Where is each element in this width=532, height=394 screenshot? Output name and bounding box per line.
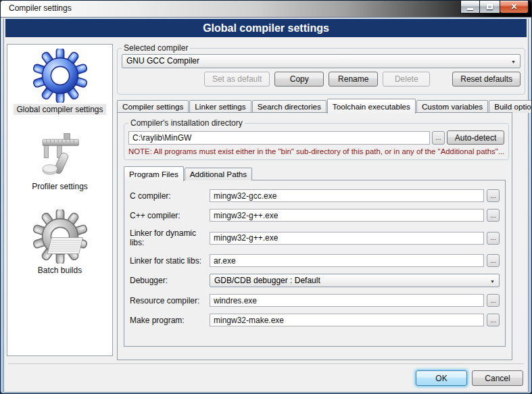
installation-directory-browse-button[interactable]: ... (432, 131, 445, 145)
debugger-select[interactable]: GDB/CDB debugger : Default ▼ (210, 274, 500, 287)
blue-gear-icon (33, 49, 87, 103)
dialog-footer: OK Cancel (416, 370, 523, 386)
titlebar[interactable]: Compiler settings ✕ (1, 1, 531, 18)
make-program-row: Make program: ... (130, 314, 500, 326)
chevron-down-icon: ▼ (511, 55, 516, 68)
installation-directory-group: Compiler's installation directory ... Au… (124, 118, 509, 160)
sidebar-item-global-compiler-settings[interactable]: Global compiler settings (7, 49, 112, 115)
cpp-compiler-input[interactable] (210, 209, 484, 222)
cpp-compiler-browse-button[interactable]: ... (487, 209, 500, 222)
static-linker-browse-button[interactable]: ... (487, 254, 500, 267)
sidebar-item-label: Profiler settings (29, 181, 91, 192)
tab-program-files[interactable]: Program Files (124, 166, 184, 181)
caption-buttons: ✕ (460, 1, 529, 14)
c-compiler-row: C compiler: ... (130, 189, 500, 202)
minimize-button[interactable] (460, 1, 480, 14)
compiler-select-value: GNU GCC Compiler (126, 56, 199, 66)
delete-button[interactable]: Delete (383, 72, 430, 87)
close-button[interactable]: ✕ (500, 1, 529, 14)
tab-linker-settings[interactable]: Linker settings (189, 100, 251, 113)
ok-button[interactable]: OK (416, 370, 467, 386)
dialog-client-area: Global compiler settings (3, 19, 529, 393)
compiler-settings-window: Compiler settings ✕ Global compiler sett… (0, 0, 532, 394)
footer-separator (8, 364, 524, 365)
program-tabs: Program Files Additional Paths (124, 166, 506, 180)
close-icon: ✕ (510, 2, 517, 11)
sidebar-item-label: Batch builds (35, 265, 84, 276)
sidebar-item-label: Global compiler settings (14, 104, 105, 115)
tab-toolchain-executables[interactable]: Toolchain executables (327, 99, 416, 114)
tab-search-directories[interactable]: Search directories (252, 100, 327, 113)
resource-compiler-input[interactable] (210, 294, 484, 307)
make-program-browse-button[interactable]: ... (487, 314, 500, 326)
auto-detect-button[interactable]: Auto-detect (447, 130, 504, 145)
dynamic-linker-browse-button[interactable]: ... (487, 232, 500, 245)
tab-custom-variables[interactable]: Custom variables (416, 100, 488, 113)
installation-directory-label: Compiler's installation directory (128, 118, 245, 128)
sidebar-item-profiler-settings[interactable]: Profiler settings (7, 131, 112, 192)
bin-subdirectory-note: NOTE: All programs must exist either in … (128, 147, 504, 155)
gray-gear-papers-icon (33, 210, 87, 264)
cpp-compiler-row: C++ compiler: ... (130, 209, 500, 222)
copy-button[interactable]: Copy (274, 72, 324, 87)
resource-compiler-row: Resource compiler: ... (130, 294, 500, 307)
set-as-default-button[interactable]: Set as default (204, 72, 270, 87)
selected-compiler-group: Selected compiler GNU GCC Compiler ▼ Set… (117, 43, 525, 95)
tab-build-options[interactable]: Build options (489, 100, 532, 113)
compiler-select[interactable]: GNU GCC Compiler ▼ (122, 54, 521, 68)
resource-compiler-label: Resource compiler: (130, 296, 210, 305)
installation-directory-input[interactable] (128, 131, 430, 145)
make-program-input[interactable] (210, 314, 484, 326)
static-linker-input[interactable] (210, 254, 484, 267)
toolchain-executables-panel: Compiler's installation directory ... Au… (117, 112, 512, 360)
static-linker-label: Linker for static libs: (130, 256, 210, 266)
debugger-select-value: GDB/CDB debugger : Default (214, 276, 320, 285)
compiler-tabs: Compiler settings Linker settings Search… (117, 98, 525, 113)
c-compiler-browse-button[interactable]: ... (487, 189, 500, 202)
program-files-panel: C compiler: ... C++ compiler: ... Linker… (124, 180, 506, 347)
window-title: Compiler settings (9, 3, 72, 13)
rename-button[interactable]: Rename (329, 72, 378, 87)
page-title: Global compiler settings (5, 19, 527, 37)
make-program-label: Make program: (130, 316, 210, 325)
compiler-actions: Set as default Copy Rename Delete Reset … (122, 72, 521, 87)
resource-compiler-browse-button[interactable]: ... (487, 294, 500, 307)
debugger-label: Debugger: (130, 276, 210, 285)
minimize-icon (467, 8, 473, 10)
sidebar-item-batch-builds[interactable]: Batch builds (7, 210, 112, 276)
c-compiler-input[interactable] (210, 189, 484, 202)
static-linker-row: Linker for static libs: ... (130, 254, 500, 267)
tab-compiler-settings[interactable]: Compiler settings (117, 100, 189, 113)
settings-category-list: Global compiler settings (7, 44, 113, 356)
maximize-icon (487, 4, 493, 9)
maximize-button[interactable] (480, 1, 500, 14)
global-compiler-settings-pane: Selected compiler GNU GCC Compiler ▼ Set… (117, 43, 525, 360)
reset-defaults-button[interactable]: Reset defaults (452, 72, 521, 87)
dynamic-linker-input[interactable] (210, 232, 484, 245)
c-compiler-label: C compiler: (130, 191, 210, 201)
dynamic-linker-label: Linker for dynamic libs: (130, 228, 210, 247)
cpp-compiler-label: C++ compiler: (130, 211, 210, 220)
tab-additional-paths[interactable]: Additional Paths (185, 168, 252, 180)
chevron-down-icon: ▼ (490, 274, 495, 287)
dynamic-linker-row: Linker for dynamic libs: ... (130, 228, 500, 247)
selected-compiler-group-label: Selected compiler (122, 43, 190, 53)
debugger-row: Debugger: GDB/CDB debugger : Default ▼ (130, 274, 500, 287)
cancel-button[interactable]: Cancel (472, 370, 523, 386)
caliper-icon (36, 131, 84, 180)
